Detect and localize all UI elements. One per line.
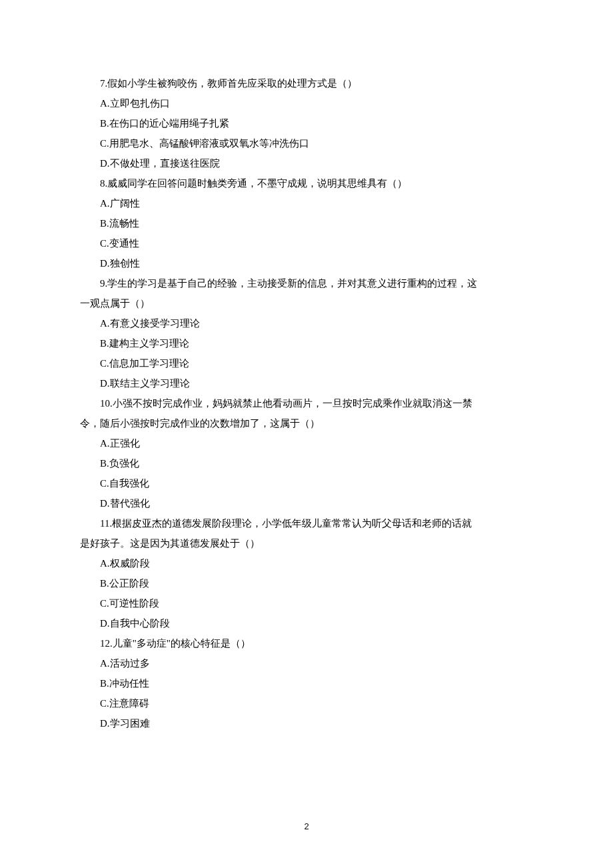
question-9-option-a: A.有意义接受学习理论 <box>80 313 533 333</box>
page-number: 2 <box>0 821 613 831</box>
question-7-text: 7.假如小学生被狗咬伤，教师首先应采取的处理方式是（） <box>80 73 533 93</box>
question-10-option-c: C.自我强化 <box>80 473 533 493</box>
question-7-option-b: B.在伤口的近心端用绳子扎紧 <box>80 113 533 133</box>
question-7-option-d: D.不做处理，直接送往医院 <box>80 153 533 173</box>
question-11-option-c: C.可逆性阶段 <box>80 593 533 613</box>
question-10-option-b: B.负强化 <box>80 453 533 473</box>
question-10-option-d: D.替代强化 <box>80 493 533 513</box>
question-12-option-c: C.注意障碍 <box>80 693 533 713</box>
question-11-text-line2: 是好孩子。这是因为其道德发展处于（） <box>80 533 533 553</box>
question-9-option-d: D.联结主义学习理论 <box>80 373 533 393</box>
question-9-option-b: B.建构主义学习理论 <box>80 333 533 353</box>
question-11-text-line1: 11.根据皮亚杰的道德发展阶段理论，小学低年级儿童常常认为听父母话和老师的话就 <box>80 513 533 533</box>
question-12-option-a: A.活动过多 <box>80 653 533 673</box>
question-9-option-c: C.信息加工学习理论 <box>80 353 533 373</box>
question-7-option-a: A.立即包扎伤口 <box>80 93 533 113</box>
question-7-option-c: C.用肥皂水、高锰酸钾溶液或双氧水等冲洗伤口 <box>80 133 533 153</box>
question-8-option-b: B.流畅性 <box>80 213 533 233</box>
question-10-text-line2: 令，随后小强按时完成作业的次数增加了，这属于（） <box>80 413 533 433</box>
question-9-text-line1: 9.学生的学习是基于自己的经验，主动接受新的信息，并对其意义进行重构的过程，这 <box>80 273 533 293</box>
question-8-option-a: A.广阔性 <box>80 193 533 213</box>
question-10-text-line1: 10.小强不按时完成作业，妈妈就禁止他看动画片，一旦按时完成乘作业就取消这一禁 <box>80 393 533 413</box>
question-12-option-b: B.冲动任性 <box>80 673 533 693</box>
document-content: 7.假如小学生被狗咬伤，教师首先应采取的处理方式是（） A.立即包扎伤口 B.在… <box>0 0 613 733</box>
question-11-option-b: B.公正阶段 <box>80 573 533 593</box>
question-8-option-d: D.独创性 <box>80 253 533 273</box>
question-8-text: 8.威威同学在回答问题时触类旁通，不墨守成规，说明其思维具有（） <box>80 173 533 193</box>
question-12-text: 12.儿童"多动症"的核心特征是（） <box>80 633 533 653</box>
question-8-option-c: C.变通性 <box>80 233 533 253</box>
question-10-option-a: A.正强化 <box>80 433 533 453</box>
question-12-option-d: D.学习困难 <box>80 713 533 733</box>
question-11-option-a: A.权威阶段 <box>80 553 533 573</box>
question-11-option-d: D.自我中心阶段 <box>80 613 533 633</box>
question-9-text-line2: 一观点属于（） <box>80 293 533 313</box>
